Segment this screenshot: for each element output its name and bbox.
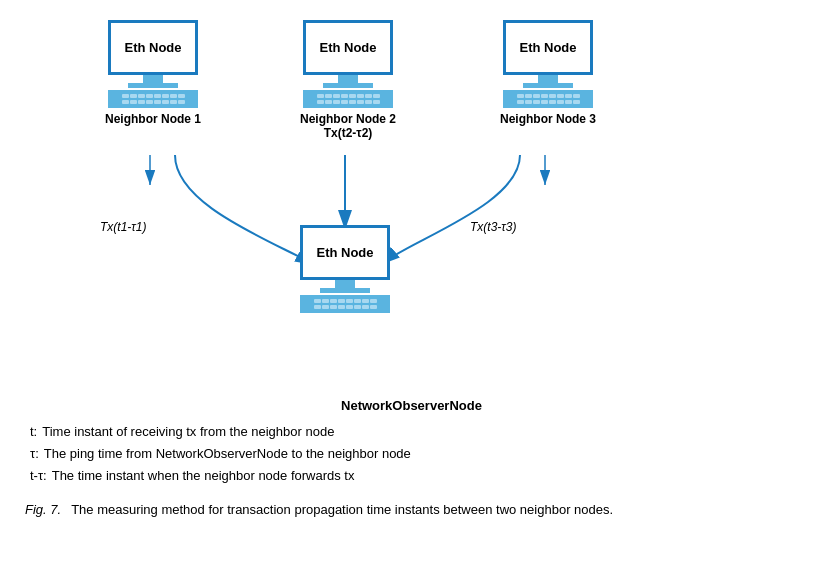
legend-item-2: τ: The ping time from NetworkObserverNod… [30,443,793,465]
neighbor1-monitor: Eth Node [108,20,198,75]
neighbor-node-1: Eth Node Neighbor Node 1 [105,20,201,126]
legend-item-1: t: Time instant of receiving tx from the… [30,421,793,443]
neighbor3-label: Eth Node [519,40,576,55]
observer-stand [335,280,355,288]
observer-base [320,288,370,293]
legend: NetworkObserverNode t: Time instant of r… [20,390,803,492]
neighbor1-base [128,83,178,88]
fig-label: Fig. 7. [25,502,61,517]
legend-value-2: The ping time from NetworkObserverNode t… [44,443,411,465]
observer-node: Eth Node [300,225,390,313]
neighbor3-stand [538,75,558,83]
neighbor2-monitor: Eth Node [303,20,393,75]
legend-key-2: τ: [30,443,39,465]
neighbor-node-2: Eth Node Neighbor Node 2 Tx(t2-τ2) [300,20,396,140]
neighbor1-sublabel: Neighbor Node 1 [105,112,201,126]
neighbor2-label: Eth Node [319,40,376,55]
neighbor2-keyboard [303,90,393,108]
legend-key-3: t-τ: [30,465,47,487]
neighbor2-stand [338,75,358,83]
fig-text: The measuring method for transaction pro… [71,502,613,517]
neighbor2-base [323,83,373,88]
tx1-label: Tx(t1-τ1) [100,220,147,234]
neighbor3-sublabel: Neighbor Node 3 [500,112,596,126]
neighbor3-keyboard [503,90,593,108]
neighbor1-label: Eth Node [124,40,181,55]
observer-label: Eth Node [316,245,373,260]
legend-value-1: Time instant of receiving tx from the ne… [42,421,334,443]
legend-item-3: t-τ: The time instant when the neighbor … [30,465,793,487]
neighbor3-monitor: Eth Node [503,20,593,75]
neighbor1-keyboard [108,90,198,108]
neighbor3-base [523,83,573,88]
neighbor2-sublabel: Neighbor Node 2 Tx(t2-τ2) [300,112,396,140]
fig-caption: Fig. 7. The measuring method for transac… [20,502,803,517]
legend-value-3: The time instant when the neighbor node … [52,465,355,487]
legend-key-1: t: [30,421,37,443]
legend-title: NetworkObserverNode [30,395,793,417]
diagram-area: Eth Node Neighbor Node 1 Eth Node [20,10,803,390]
observer-monitor: Eth Node [300,225,390,280]
observer-keyboard [300,295,390,313]
neighbor-node-3: Eth Node Neighbor Node 3 [500,20,596,126]
neighbor1-stand [143,75,163,83]
tx3-label: Tx(t3-τ3) [470,220,517,234]
